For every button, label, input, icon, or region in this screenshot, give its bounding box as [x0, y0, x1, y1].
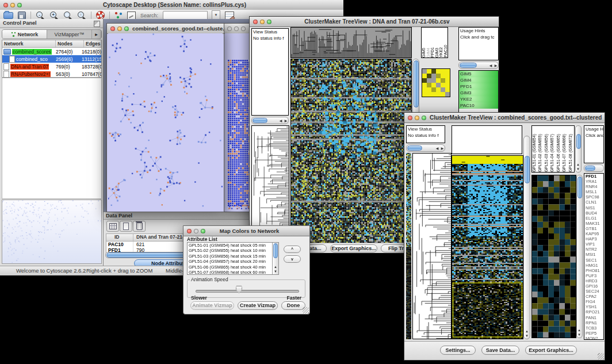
scroll-down-arrow[interactable]: ▼: [576, 167, 580, 171]
column-label[interactable]: GPL51-06 (GSM865): [556, 134, 562, 172]
vscroll-thumb[interactable]: [414, 60, 419, 108]
gene-label[interactable]: GIM4: [459, 77, 498, 83]
gene-label[interactable]: PAC10: [459, 102, 498, 109]
gene-label[interactable]: YRA1: [584, 179, 603, 184]
column-label[interactable]: GPL51-03 (GSM856): [544, 134, 550, 172]
tv2-global-heatmap[interactable]: [452, 155, 523, 339]
col-id[interactable]: ID: [106, 234, 133, 241]
gene-label[interactable]: MON2: [584, 336, 603, 340]
close-button[interactable]: [253, 20, 258, 24]
tab-network[interactable]: Network: [2, 30, 47, 39]
search-input[interactable]: [163, 11, 208, 20]
column-label[interactable]: GPL51-07 (GSM868): [562, 134, 568, 172]
tv1-column-dendrogram[interactable]: [290, 27, 412, 58]
col-edges[interactable]: Edges: [84, 40, 101, 47]
gene-label[interactable]: PFD1: [459, 83, 498, 90]
hscroll-thumb[interactable]: [253, 118, 267, 123]
help-lifesaver-icon[interactable]: [96, 11, 105, 20]
network-tree-row[interactable]: RNAPuberNov2+! 563(0) 107847(0): [2, 70, 101, 78]
vscroll-thumb[interactable]: [273, 243, 278, 258]
tv2-heatmap-vscrollbar[interactable]: ▲ ▼: [523, 136, 530, 339]
col-nodes[interactable]: Nodes: [56, 40, 84, 47]
scroll-right-arrow[interactable]: ▶: [494, 64, 498, 68]
network-view-1-canvas[interactable]: [108, 33, 223, 210]
hscroll-thumb[interactable]: [460, 63, 477, 68]
column-label[interactable]: GIM5: [422, 48, 426, 58]
select-attributes-button[interactable]: [106, 221, 119, 232]
hscroll-thumb[interactable]: [407, 145, 422, 151]
attribute-item[interactable]: GPL51-01 (GSM854) heat shock 05 min: [188, 243, 278, 248]
scroll-up-arrow[interactable]: ▲: [576, 163, 580, 167]
gene-label[interactable]: PUF3: [584, 273, 603, 278]
tv1-titlebar[interactable]: ClusterMaker TreeView : DNA and Tran 07-…: [250, 17, 499, 27]
scroll-down-arrow[interactable]: ▼: [577, 333, 582, 337]
minimize-button[interactable]: [415, 116, 419, 120]
tv1-zoom-heatmap[interactable]: [422, 68, 450, 97]
create-vizmap-button[interactable]: Create Vizmap: [238, 301, 278, 310]
minimize-button[interactable]: [260, 20, 265, 24]
gene-label[interactable]: RPN1: [584, 320, 603, 325]
gene-label[interactable]: HMG1: [584, 263, 603, 268]
tv1-global-heatmap[interactable]: [290, 59, 412, 243]
gene-label[interactable]: SEC1: [584, 258, 603, 263]
attribute-item[interactable]: GPL51-06 (GSM865) heat shock 40 min: [188, 265, 278, 270]
attribute-list-vscrollbar[interactable]: ▲ ▼: [272, 243, 278, 274]
save-icon[interactable]: [18, 12, 26, 20]
column-label[interactable]: GPL51-08 (GSM872): [568, 134, 574, 172]
tv2-titlebar[interactable]: ClusterMaker TreeView : combined_scores_…: [404, 113, 605, 123]
tv2-zoom-heatmap[interactable]: [531, 175, 576, 338]
attribute-item[interactable]: GPL51-04 (GSM857) heat shock 20 min: [188, 259, 278, 264]
column-label[interactable]: GPL51-02 (GSM855): [538, 134, 544, 172]
gene-label[interactable]: SEC24: [584, 289, 603, 294]
dialog-titlebar[interactable]: Map Colors to Network: [183, 226, 309, 236]
settings-button[interactable]: Settings...: [440, 346, 476, 355]
minimize-button[interactable]: [10, 3, 15, 7]
column-label[interactable]: GPL51-01 (GSM854): [532, 134, 538, 172]
export-graphics-button[interactable]: Export Graphics...: [330, 244, 377, 252]
annotation-icon[interactable]: [127, 12, 136, 20]
gene-label[interactable]: HRD3: [584, 278, 603, 283]
gene-label[interactable]: KAP95: [584, 231, 603, 236]
network-tree-row[interactable]: combined_sco 2569(6) 13112(15): [2, 55, 101, 63]
gene-label[interactable]: VIP1: [584, 242, 603, 247]
scroll-up-arrow[interactable]: ▲: [525, 329, 529, 334]
zoom-button[interactable]: [422, 116, 426, 120]
resize-grip[interactable]: [303, 307, 309, 313]
gene-label[interactable]: MSI1: [584, 252, 603, 257]
tab-overflow-button[interactable]: ▶: [92, 30, 101, 39]
attribute-browser-icon[interactable]: [225, 12, 234, 20]
zoom-button[interactable]: [17, 3, 22, 7]
tv2-labels-vscrollbar[interactable]: ▲ ▼: [575, 125, 582, 173]
gene-label[interactable]: MAK31: [584, 221, 603, 226]
animate-vizmap-button[interactable]: Animate Vizmap: [190, 301, 234, 310]
gene-label[interactable]: CPA2: [584, 294, 603, 299]
gene-label[interactable]: PAN1: [584, 315, 603, 320]
save-data-button[interactable]: Save Data...: [481, 346, 519, 355]
scroll-down-arrow[interactable]: ▼: [525, 334, 529, 338]
zoom-button[interactable]: [124, 26, 129, 31]
scroll-left-arrow[interactable]: ◀: [488, 64, 493, 68]
gene-label[interactable]: TCB3: [584, 325, 603, 331]
gene-label[interactable]: NIS1: [584, 205, 603, 210]
tv2-zoom-vscrollbar[interactable]: ▲ ▼: [576, 175, 583, 338]
resize-grip[interactable]: [598, 353, 604, 359]
tv1-usage-hints-hscrollbar[interactable]: ◀ ▶: [458, 62, 499, 69]
float-panel-icon[interactable]: [94, 21, 100, 27]
gene-label[interactable]: YKE2: [459, 96, 498, 102]
gene-label[interactable]: RPO21: [584, 309, 603, 315]
attribute-item[interactable]: GPL51-02 (GSM855) heat shock 10 min: [188, 248, 278, 253]
tab-vizmapper[interactable]: VizMapper™: [47, 30, 92, 39]
col-network[interactable]: Network: [2, 40, 56, 47]
gene-label[interactable]: GIM3: [459, 90, 498, 96]
gene-label[interactable]: RNR4: [584, 184, 603, 189]
close-button[interactable]: [3, 3, 8, 7]
gene-label[interactable]: CLN1: [584, 200, 603, 205]
scroll-right-arrow[interactable]: ▶: [284, 119, 288, 123]
gene-label[interactable]: PFD1: [584, 174, 603, 179]
gene-label[interactable]: ELG1: [584, 216, 603, 221]
move-up-button[interactable]: ^: [284, 246, 301, 253]
column-label[interactable]: GIM3: [435, 48, 439, 58]
vscroll-thumb[interactable]: [525, 156, 530, 183]
zoom-button[interactable]: [267, 20, 271, 24]
column-label[interactable]: GIM4: [426, 48, 431, 58]
